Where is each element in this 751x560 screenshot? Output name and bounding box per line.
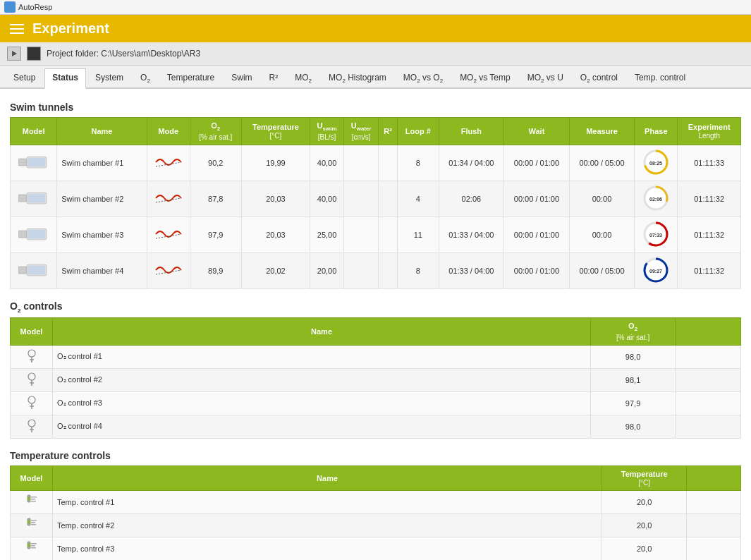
swim-loop: 4 xyxy=(398,181,439,217)
o2-table-row: O₂ control #3 97,9 xyxy=(11,391,741,415)
tab-o2-control[interactable]: O2 control xyxy=(573,68,625,87)
swim-r2 xyxy=(379,252,398,288)
svg-rect-55 xyxy=(31,547,36,549)
swim-wait: 00:00 / 01:00 xyxy=(504,145,570,181)
col-o2: O2[% air sat.] xyxy=(190,118,241,145)
o2-control-value: 98,1 xyxy=(591,368,676,391)
svg-rect-54 xyxy=(31,545,35,547)
swim-o2: 97,9 xyxy=(190,217,241,252)
o2-model-icon xyxy=(11,345,53,368)
col-phase: Phase xyxy=(635,118,678,145)
swim-flush: 02:06 xyxy=(439,181,504,217)
tab-mo2-vs-o2[interactable]: MO2 vs O2 xyxy=(396,68,451,87)
temp-controls-table: Model Name Temperature[°C] Temp. control… xyxy=(10,465,741,560)
svg-line-4 xyxy=(156,162,181,166)
svg-rect-1 xyxy=(18,159,27,166)
svg-rect-10 xyxy=(28,194,45,202)
tab-mo2-histogram[interactable]: MO2 Histogram xyxy=(321,68,394,87)
tab-setup[interactable]: Setup xyxy=(6,68,43,87)
swim-o2: 89,9 xyxy=(190,252,241,288)
swim-uswim: 40,00 xyxy=(310,181,344,217)
swim-model-icon xyxy=(11,145,57,181)
swim-model-icon xyxy=(11,181,57,217)
swim-uwater xyxy=(344,252,379,288)
temp-model-icon xyxy=(11,537,53,560)
swim-mode-icon xyxy=(147,181,190,217)
tab-temp-control[interactable]: Temp. control xyxy=(627,68,693,87)
svg-text:09:27: 09:27 xyxy=(649,269,662,274)
svg-line-18 xyxy=(156,234,181,238)
tab-system[interactable]: System xyxy=(87,68,131,87)
temp-col-temp: Temperature[°C] xyxy=(602,465,687,490)
col-model: Model xyxy=(11,118,57,145)
swim-measure: 00:00 / 05:00 xyxy=(569,252,635,288)
col-uwater: Uwater[cm/s] xyxy=(344,118,379,145)
o2-spacer xyxy=(676,415,741,438)
swim-measure: 00:00 xyxy=(569,217,635,252)
svg-text:08:25: 08:25 xyxy=(649,161,662,166)
swim-chamber-name: Swim chamber #3 xyxy=(57,217,147,252)
o2-controls-title: O2 controls xyxy=(10,300,741,314)
o2-col-spacer xyxy=(676,318,741,345)
temp-spacer xyxy=(687,490,741,513)
play-button[interactable] xyxy=(7,47,21,61)
temp-control-name: Temp. control #3 xyxy=(53,537,602,560)
tab-temperature[interactable]: Temperature xyxy=(159,68,222,87)
title-bar: AutoResp xyxy=(0,0,751,15)
tab-swim[interactable]: Swim xyxy=(224,68,260,87)
hamburger-menu[interactable] xyxy=(10,24,24,34)
o2-control-name: O₂ control #4 xyxy=(53,415,591,438)
tab-o2[interactable]: O2 xyxy=(133,68,158,87)
svg-rect-24 xyxy=(28,266,45,274)
temp-control-name: Temp. control #2 xyxy=(53,513,602,537)
swim-tunnels-table: Model Name Mode O2[% air sat.] Temperatu… xyxy=(10,117,741,288)
swim-table-header: Model Name Mode O2[% air sat.] Temperatu… xyxy=(11,118,741,145)
swim-table-row: Swim chamber #4 89,9 20,02 20,00 8 01:33… xyxy=(11,252,741,288)
svg-rect-22 xyxy=(18,267,27,274)
o2-controls-table: Model Name O2[% air sat.] O₂ control #1 … xyxy=(10,317,741,438)
temp-model-icon xyxy=(11,490,53,513)
swim-table-row: Swim chamber #3 97,9 20,03 25,00 11 01:3… xyxy=(11,217,741,252)
o2-col-name: Name xyxy=(53,318,591,345)
o2-col-model: Model xyxy=(11,318,53,345)
tab-r2[interactable]: R² xyxy=(262,68,286,87)
temp-col-name: Name xyxy=(53,465,602,490)
o2-model-icon xyxy=(11,391,53,415)
o2-control-value: 97,9 xyxy=(591,391,676,415)
svg-text:02:06: 02:06 xyxy=(649,197,662,202)
o2-spacer xyxy=(676,368,741,391)
swim-loop: 8 xyxy=(398,145,439,181)
swim-phase: 08:25 xyxy=(635,145,678,181)
swim-temp: 19,99 xyxy=(241,145,310,181)
temp-control-value: 20,0 xyxy=(602,490,687,513)
swim-uwater xyxy=(344,181,379,217)
swim-uswim: 20,00 xyxy=(310,252,344,288)
col-temp: Temperature[°C] xyxy=(241,118,310,145)
swim-o2: 90,2 xyxy=(190,145,241,181)
swim-temp: 20,02 xyxy=(241,252,310,288)
swim-uswim: 40,00 xyxy=(310,145,344,181)
svg-rect-50 xyxy=(31,524,36,525)
svg-point-29 xyxy=(28,350,35,357)
svg-rect-15 xyxy=(18,231,27,238)
tab-mo2[interactable]: MO2 xyxy=(287,68,319,87)
temp-table-row: Temp. control #3 20,0 xyxy=(11,537,741,560)
temp-control-value: 20,0 xyxy=(602,537,687,560)
stop-button[interactable] xyxy=(27,47,41,61)
swim-r2 xyxy=(379,217,398,252)
o2-model-icon xyxy=(11,368,53,391)
tab-mo2-vs-temp[interactable]: MO2 vs Temp xyxy=(452,68,518,87)
swim-table-row: Swim chamber #1 90,2 19,99 40,00 8 01:34… xyxy=(11,145,741,181)
tab-status[interactable]: Status xyxy=(44,68,86,89)
svg-line-25 xyxy=(156,270,181,274)
swim-wait: 00:00 / 01:00 xyxy=(504,217,570,252)
col-r2: R² xyxy=(379,118,398,145)
o2-table-row: O₂ control #2 98,1 xyxy=(11,368,741,391)
svg-rect-42 xyxy=(28,497,30,501)
svg-rect-45 xyxy=(31,501,36,502)
svg-rect-52 xyxy=(28,543,30,547)
main-content: Swim tunnels Model Name Mode O2[% air sa… xyxy=(0,89,751,560)
o2-table-header: Model Name O2[% air sat.] xyxy=(11,318,741,345)
toolbar: Project folder: C:\Users\am\Desktop\AR3 xyxy=(0,42,751,66)
tab-mo2-vs-u[interactable]: MO2 vs U xyxy=(520,68,571,87)
